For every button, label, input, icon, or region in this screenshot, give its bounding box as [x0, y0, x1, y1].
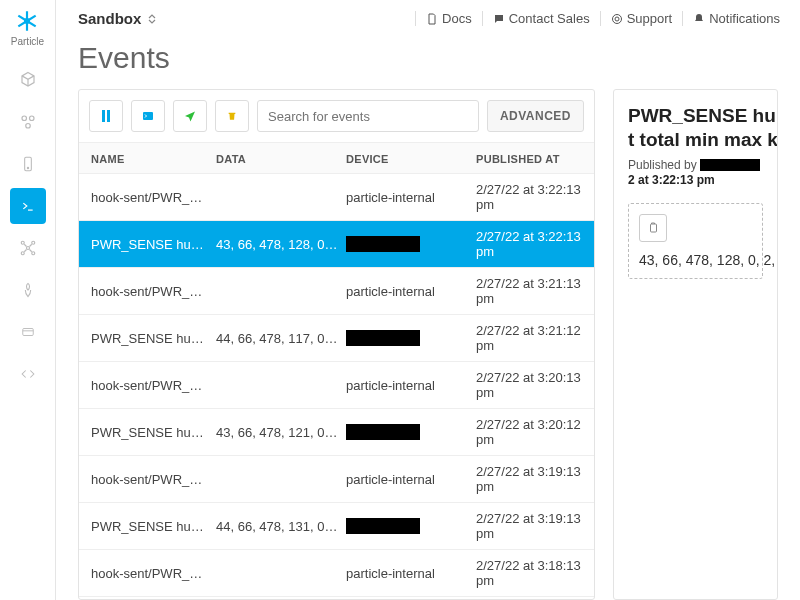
search-input[interactable]	[257, 100, 479, 132]
topnav-docs[interactable]: Docs	[415, 11, 472, 26]
table-row[interactable]: hook-sent/PWR_S…particle-internal2/27/22…	[79, 456, 594, 503]
table-row[interactable]: PWR_SENSE humi…43, 66, 478, 128, 0, 2,…2…	[79, 221, 594, 268]
table-header: NAME DATA DEVICE PUBLISHED AT	[79, 143, 594, 174]
workspace-label: Sandbox	[78, 10, 141, 27]
svg-point-11	[27, 167, 28, 168]
payload-box: 43, 66, 478, 128, 0, 2, 9	[628, 203, 763, 279]
detail-published-by: Published by	[628, 158, 763, 172]
cell-published: 2/27/22 at 3:18:13 pm	[476, 558, 582, 588]
cell-data: 44, 66, 478, 131, 0, 1, …	[216, 519, 346, 534]
svg-rect-20	[102, 110, 105, 122]
cell-device	[346, 236, 476, 253]
page-title: Events	[56, 33, 800, 89]
copy-payload-button[interactable]	[639, 214, 667, 242]
redacted-device	[700, 159, 760, 171]
detail-time: 2 at 3:22:13 pm	[628, 173, 763, 187]
nav-products-icon[interactable]	[10, 62, 46, 98]
cell-published: 2/27/22 at 3:22:13 pm	[476, 229, 582, 259]
nav-integrations-icon[interactable]	[10, 230, 46, 266]
cell-name: hook-sent/PWR_S…	[91, 378, 216, 393]
svg-point-19	[615, 17, 619, 21]
cell-device: particle-internal	[346, 472, 476, 487]
nav-code-icon[interactable]	[10, 356, 46, 392]
nav-billing-icon[interactable]	[10, 314, 46, 350]
nav-devices-icon[interactable]	[10, 146, 46, 182]
topnav-contact[interactable]: Contact Sales	[482, 11, 590, 26]
workspace-switcher[interactable]: Sandbox	[78, 10, 157, 27]
topbar: Sandbox Docs Contact Sales Support Notif…	[56, 0, 800, 33]
brand-logo: Particle	[11, 8, 44, 47]
file-icon	[426, 13, 438, 25]
cell-device	[346, 518, 476, 535]
svg-point-12	[26, 247, 29, 250]
cell-device: particle-internal	[346, 190, 476, 205]
nav-auth-icon[interactable]	[10, 272, 46, 308]
col-header-published: PUBLISHED AT	[476, 153, 582, 165]
cell-published: 2/27/22 at 3:21:12 pm	[476, 323, 582, 353]
svg-point-18	[612, 14, 621, 23]
cell-data: 43, 66, 478, 128, 0, 2,…	[216, 237, 346, 252]
topnav-notifications[interactable]: Notifications	[682, 11, 780, 26]
cell-device	[346, 424, 476, 441]
redacted-device	[346, 518, 420, 534]
cell-device: particle-internal	[346, 284, 476, 299]
clear-button[interactable]	[215, 100, 249, 132]
redacted-device	[346, 424, 420, 440]
cell-data: 44, 66, 478, 117, 0, 1, …	[216, 331, 346, 346]
payload-text: 43, 66, 478, 128, 0, 2, 9	[639, 252, 752, 268]
cell-name: hook-sent/PWR_S…	[91, 284, 216, 299]
nav-fleet-icon[interactable]	[10, 104, 46, 140]
table-row[interactable]: hook-sent/PWR_S…particle-internal2/27/22…	[79, 268, 594, 315]
send-icon	[184, 110, 196, 122]
cell-published: 2/27/22 at 3:21:13 pm	[476, 276, 582, 306]
pause-icon	[101, 110, 111, 122]
table-row[interactable]: PWR_SENSE humi…43, 66, 478, 121, 0, 2, ……	[79, 409, 594, 456]
lifebuoy-icon	[611, 13, 623, 25]
svg-point-16	[31, 252, 34, 255]
table-row[interactable]: hook-sent/PWR_S…particle-internal2/27/22…	[79, 550, 594, 597]
table-row[interactable]: PWR_SENSE humi…44, 66, 478, 117, 0, 1, ……	[79, 597, 594, 599]
cell-name: PWR_SENSE humi…	[91, 519, 216, 534]
svg-point-15	[21, 252, 24, 255]
table-row[interactable]: hook-sent/PWR_S…particle-internal2/27/22…	[79, 174, 594, 221]
col-header-name: NAME	[91, 153, 216, 165]
chat-icon	[493, 13, 505, 25]
brand-name: Particle	[11, 36, 44, 47]
cell-published: 2/27/22 at 3:22:13 pm	[476, 182, 582, 212]
cell-device	[346, 330, 476, 347]
table-row[interactable]: PWR_SENSE humi…44, 66, 478, 131, 0, 1, ……	[79, 503, 594, 550]
topnav-support[interactable]: Support	[600, 11, 673, 26]
cell-published: 2/27/22 at 3:20:13 pm	[476, 370, 582, 400]
cell-name: PWR_SENSE humi…	[91, 331, 216, 346]
pause-button[interactable]	[89, 100, 123, 132]
event-detail-panel: PWR_SENSE humidity temp ligh t total min…	[613, 89, 778, 600]
table-row[interactable]: PWR_SENSE humi…44, 66, 478, 117, 0, 1, ……	[79, 315, 594, 362]
cell-published: 2/27/22 at 3:19:13 pm	[476, 464, 582, 494]
terminal-button[interactable]	[131, 100, 165, 132]
col-header-data: DATA	[216, 153, 346, 165]
svg-point-7	[22, 116, 27, 121]
svg-rect-22	[143, 112, 153, 120]
chevron-updown-icon	[147, 14, 157, 24]
clipboard-icon	[647, 221, 659, 235]
events-toolbar: ADVANCED	[79, 90, 594, 143]
terminal-icon	[141, 110, 155, 122]
cell-name: hook-sent/PWR_S…	[91, 472, 216, 487]
svg-point-13	[21, 241, 24, 244]
svg-rect-23	[651, 224, 657, 232]
detail-title-line1: PWR_SENSE humidity temp ligh	[628, 104, 763, 128]
table-row[interactable]: hook-sent/PWR_S…particle-internal2/27/22…	[79, 362, 594, 409]
redacted-device	[346, 330, 420, 346]
advanced-button[interactable]: ADVANCED	[487, 100, 584, 132]
cell-name: PWR_SENSE humi…	[91, 425, 216, 440]
svg-point-8	[29, 116, 34, 121]
nav-console-icon[interactable]	[10, 188, 46, 224]
cell-data: 43, 66, 478, 121, 0, 2, …	[216, 425, 346, 440]
cell-name: hook-sent/PWR_S…	[91, 566, 216, 581]
svg-rect-17	[22, 329, 33, 336]
redacted-device	[346, 236, 420, 252]
cell-name: PWR_SENSE humi…	[91, 237, 216, 252]
publish-button[interactable]	[173, 100, 207, 132]
cell-device: particle-internal	[346, 378, 476, 393]
events-table: hook-sent/PWR_S…particle-internal2/27/22…	[79, 174, 594, 599]
